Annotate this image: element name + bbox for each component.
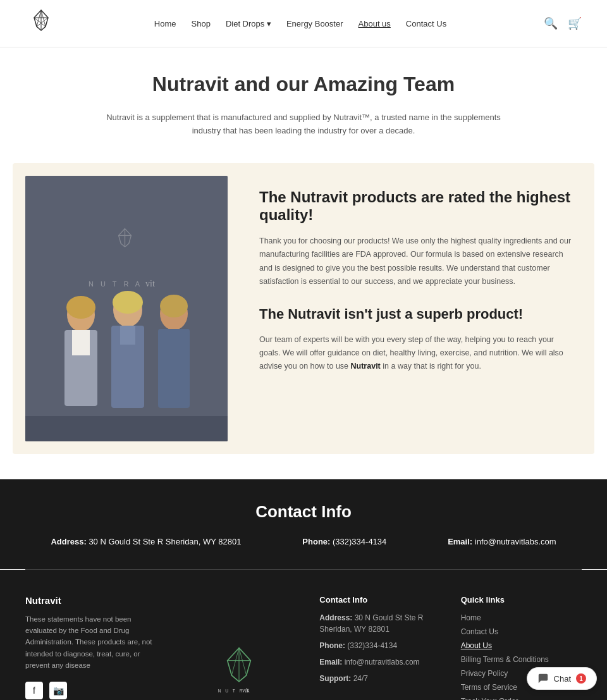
svg-rect-24 <box>25 416 228 441</box>
product-description: Our team of experts will be with you eve… <box>259 333 575 374</box>
chat-icon <box>537 673 549 684</box>
footer-brand-column: Nutravit These statements have not been … <box>25 595 158 700</box>
email-label: Email: <box>448 537 472 546</box>
footer-logo-icon: N U T R A vit <box>207 644 271 700</box>
chat-button[interactable]: Chat 1 <box>527 667 597 690</box>
about-section: N U T R A vit <box>13 163 594 454</box>
footer-social-links: f 📷 <box>25 682 158 699</box>
contact-strip-title: Contact Info <box>25 502 582 522</box>
footer-contact-phone: Phone: (332)334-4134 <box>319 640 440 651</box>
nav-shop[interactable]: Shop <box>192 19 211 28</box>
svg-point-14 <box>66 296 95 319</box>
address-label: Address: <box>51 537 86 546</box>
product-title: The Nutravit isn't just a superb product… <box>259 306 575 322</box>
nav-diet-drops[interactable]: Diet Drops ▾ <box>226 19 271 28</box>
footer-brand-disclaimer: These statements have not been evaluated… <box>25 613 158 672</box>
nav-home[interactable]: Home <box>154 19 176 28</box>
footer-link-about: About Us <box>461 640 582 650</box>
footer-phone-label: Phone: <box>319 641 345 650</box>
address-value: 30 N Gould St Ste R Sheridan, WY 82801 <box>89 537 241 546</box>
logo[interactable] <box>25 8 57 39</box>
footer-email-value: info@nutravitlabs.com <box>345 658 420 666</box>
contact-phone: Phone: (332)334-4134 <box>302 537 386 546</box>
svg-text:vit: vit <box>145 279 155 288</box>
chat-label: Chat <box>554 674 571 684</box>
footer-logo-column: N U T R A vit <box>178 595 299 700</box>
header-icons: 🔍 🛒 <box>544 16 582 30</box>
svg-rect-16 <box>72 330 90 355</box>
footer-link-about-anchor[interactable]: About Us <box>461 641 492 650</box>
team-photo: N U T R A vit <box>25 176 228 441</box>
svg-text:vit: vit <box>242 687 248 694</box>
footer-brand-title: Nutravit <box>25 595 158 606</box>
footer-link-home-anchor[interactable]: Home <box>461 613 481 622</box>
site-footer: Nutravit These statements have not been … <box>0 570 607 700</box>
about-image-column: N U T R A vit <box>25 176 228 441</box>
nav-energy-booster[interactable]: Energy Booster <box>286 19 343 28</box>
footer-support-value: 24/7 <box>353 674 368 683</box>
instagram-icon[interactable]: 📷 <box>49 682 67 699</box>
svg-rect-23 <box>158 329 190 408</box>
footer-contact-column: Contact Info Address: 30 N Gould St Ste … <box>319 595 440 700</box>
svg-text:N U T R A: N U T R A <box>89 280 142 288</box>
footer-support-label: Support: <box>319 674 351 683</box>
footer-link-contact-anchor[interactable]: Contact Us <box>461 627 498 636</box>
footer-link-home: Home <box>461 612 582 622</box>
phone-label: Phone: <box>302 537 330 546</box>
footer-link-terms-anchor[interactable]: Terms of Service <box>461 683 517 692</box>
footer-contact-address: Address: 30 N Gould St Ste R Sheridan, W… <box>319 612 440 635</box>
contact-strip-grid: Address: 30 N Gould St Ste R Sheridan, W… <box>25 537 582 546</box>
main-content: Nutravit and our Amazing Team Nutravit i… <box>0 47 607 479</box>
search-button[interactable]: 🔍 <box>544 16 558 30</box>
chat-badge: 1 <box>576 673 586 684</box>
svg-point-22 <box>160 295 188 317</box>
footer-email-label: Email: <box>319 658 342 666</box>
footer-contact-title: Contact Info <box>319 595 440 605</box>
footer-link-billing: Billing Terms & Conditions <box>461 654 582 664</box>
quality-description: Thank you for choosing our products! We … <box>259 235 575 288</box>
page-title: Nutravit and our Amazing Team <box>13 73 594 96</box>
footer-quick-links-title: Quick links <box>461 595 582 605</box>
main-nav: Home Shop Diet Drops ▾ Energy Booster Ab… <box>154 19 446 28</box>
email-value: info@nutravitlabs.com <box>475 537 556 546</box>
logo-icon <box>25 8 57 39</box>
brand-name: Nutravit <box>351 362 381 371</box>
footer-link-contact: Contact Us <box>461 626 582 636</box>
footer-address-label: Address: <box>319 613 352 622</box>
svg-point-18 <box>113 291 143 314</box>
footer-link-track-anchor[interactable]: Track Your Order <box>461 697 518 700</box>
contact-address: Address: 30 N Gould St Ste R Sheridan, W… <box>51 537 241 546</box>
footer-link-track: Track Your Order <box>461 696 582 700</box>
site-header: Home Shop Diet Drops ▾ Energy Booster Ab… <box>0 0 607 47</box>
footer-grid: Nutravit These statements have not been … <box>25 595 582 700</box>
contact-email: Email: info@nutravitlabs.com <box>448 537 556 546</box>
phone-value: (332)334-4134 <box>333 537 386 546</box>
svg-rect-20 <box>120 326 135 345</box>
about-text-column: The Nutravit products are rated the high… <box>253 176 582 386</box>
contact-info-strip: Contact Info Address: 30 N Gould St Ste … <box>0 479 607 569</box>
footer-link-privacy-anchor[interactable]: Privacy Policy <box>461 669 508 678</box>
footer-link-billing-anchor[interactable]: Billing Terms & Conditions <box>461 655 549 664</box>
cart-button[interactable]: 🛒 <box>568 16 582 30</box>
team-photo-svg: N U T R A vit <box>25 176 228 441</box>
nav-about-us[interactable]: About us <box>359 19 391 28</box>
page-description: Nutravit is a supplement that is manufac… <box>101 111 506 138</box>
quality-title: The Nutravit products are rated the high… <box>259 188 575 225</box>
footer-contact-support: Support: 24/7 <box>319 673 440 684</box>
nav-contact-us[interactable]: Contact Us <box>406 19 446 28</box>
footer-contact-email: Email: info@nutravitlabs.com <box>319 656 440 668</box>
footer-phone-value: (332)334-4134 <box>347 641 397 650</box>
facebook-icon[interactable]: f <box>25 682 43 699</box>
